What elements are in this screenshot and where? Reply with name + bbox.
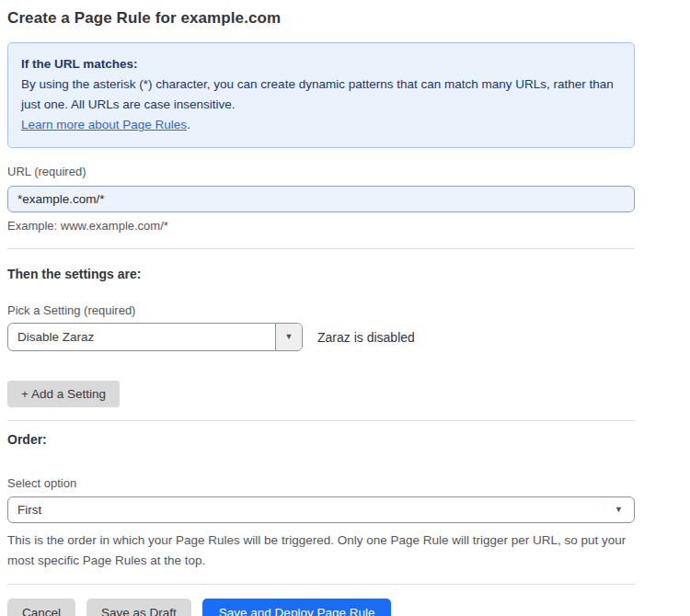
info-box-body: By using the asterisk (*) character, you… [21,74,621,115]
chevron-down-icon: ▼ [615,506,623,514]
form-actions: Cancel Save as Draft Save and Deploy Pag… [7,599,635,616]
order-select-value: First [17,503,41,517]
divider [7,420,635,421]
order-help-text: This is the order in which your Page Rul… [7,530,631,571]
setting-select-value: Disable Zaraz [8,324,275,350]
info-box-link-line: Learn more about Page Rules. [21,115,621,135]
info-box-heading: If the URL matches: [21,54,621,74]
cancel-button[interactable]: Cancel [7,599,75,616]
url-field-label: URL (required) [7,165,635,178]
divider [7,248,635,249]
save-as-draft-button[interactable]: Save as Draft [86,599,191,616]
url-example-text: Example: www.example.com/* [7,219,635,233]
learn-more-link[interactable]: Learn more about Page Rules [21,118,187,131]
order-select-label: Select option [7,476,635,490]
url-match-info-box: If the URL matches: By using the asteris… [7,42,635,148]
chevron-down-icon: ▼ [285,333,293,341]
setting-select[interactable]: Disable Zaraz ▼ [7,323,303,351]
page-rule-form: Create a Page Rule for example.com If th… [0,0,642,616]
divider [7,584,635,585]
setting-picker-label: Pick a Setting (required) [7,303,635,317]
link-period: . [187,118,190,131]
save-and-deploy-button[interactable]: Save and Deploy Page Rule [202,599,392,616]
url-input[interactable] [7,186,635,212]
page-title: Create a Page Rule for example.com [7,9,635,28]
settings-section-heading: Then the settings are: [7,267,635,281]
setting-status-text: Zaraz is disabled [317,330,415,345]
setting-picker-row: Disable Zaraz ▼ Zaraz is disabled [7,323,635,351]
order-section-heading: Order: [7,432,635,447]
order-select[interactable]: First ▼ [7,496,635,523]
add-setting-button[interactable]: + Add a Setting [7,381,120,407]
setting-select-arrow-button[interactable]: ▼ [275,324,302,350]
